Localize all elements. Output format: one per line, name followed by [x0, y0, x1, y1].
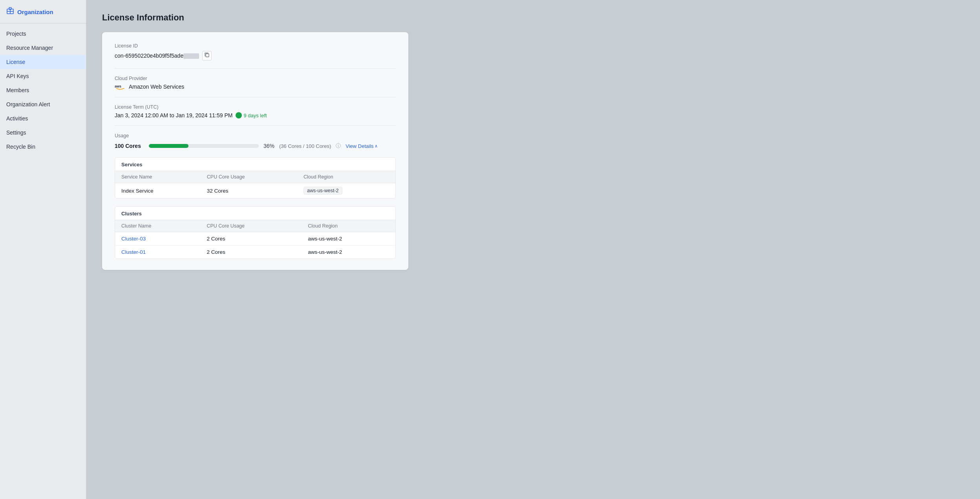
page-title: License Information — [102, 13, 964, 23]
progress-bar-container — [149, 144, 259, 148]
license-id-masked — [183, 53, 199, 59]
clusters-section-title: Clusters — [115, 207, 395, 220]
usage-label: Usage — [115, 133, 396, 138]
copy-button[interactable] — [202, 51, 212, 60]
svg-rect-4 — [206, 54, 209, 57]
service-region-cell: aws-us-west-2 — [297, 183, 395, 199]
license-card: License ID con-65950220e4b09f5f5ade Clou… — [102, 32, 408, 270]
clusters-col-name: Cluster Name — [115, 220, 200, 232]
sidebar-item-projects[interactable]: Projects — [0, 27, 86, 41]
progress-bar-fill — [149, 144, 188, 148]
sidebar-header[interactable]: Organization — [0, 0, 86, 24]
sidebar-item-license[interactable]: License — [0, 55, 86, 69]
license-term-value-row: Jan 3, 2024 12:00 AM to Jan 19, 2024 11:… — [115, 112, 396, 118]
services-col-cpu: CPU Core Usage — [201, 171, 297, 183]
license-id-text-value: con-65950220e4b09f5f5ade — [115, 53, 183, 59]
clusters-col-region: Cloud Region — [302, 220, 395, 232]
table-row: Index Service 32 Cores aws-us-west-2 — [115, 183, 395, 199]
sidebar-item-organization-alert[interactable]: Organization Alert — [0, 97, 86, 111]
sidebar-item-resource-manager[interactable]: Resource Manager — [0, 41, 86, 55]
org-icon — [6, 7, 14, 17]
services-section: Services Service Name CPU Core Usage Clo… — [115, 157, 396, 199]
aws-svg-icon: aws — [115, 84, 126, 90]
cluster-region-cell-2: aws-us-west-2 — [302, 246, 395, 259]
cloud-provider-label: Cloud Provider — [115, 76, 396, 81]
days-left-text: 9 days left — [243, 113, 267, 118]
cloud-provider-name: Amazon Web Services — [129, 84, 184, 90]
main-content: License Information License ID con-65950… — [86, 0, 980, 499]
sidebar-item-recycle-bin[interactable]: Recycle Bin — [0, 140, 86, 154]
service-cpu-cell: 32 Cores — [201, 183, 297, 199]
info-icon[interactable]: ⓘ — [336, 142, 341, 149]
table-row: Cluster-01 2 Cores aws-us-west-2 — [115, 246, 395, 259]
license-term-label: License Term (UTC) — [115, 104, 396, 110]
clusters-table: Cluster Name CPU Core Usage Cloud Region… — [115, 220, 395, 259]
cores-label: 100 Cores — [115, 143, 144, 149]
clusters-table-header-row: Cluster Name CPU Core Usage Cloud Region — [115, 220, 395, 232]
view-details-button[interactable]: View Details ∧ — [346, 143, 377, 149]
license-id-value: con-65950220e4b09f5f5ade — [115, 53, 199, 59]
usage-detail-text: (36 Cores / 100 Cores) — [279, 143, 331, 149]
svg-text:aws: aws — [115, 84, 121, 88]
cluster-01-link[interactable]: Cluster-01 — [121, 249, 146, 255]
divider-2 — [115, 97, 396, 97]
services-section-title: Services — [115, 158, 395, 171]
services-table: Service Name CPU Core Usage Cloud Region… — [115, 171, 395, 198]
divider-1 — [115, 68, 396, 69]
license-id-row: con-65950220e4b09f5f5ade — [115, 51, 396, 60]
sidebar-nav: Projects Resource Manager License API Ke… — [0, 24, 86, 157]
divider-3 — [115, 126, 396, 126]
green-dot-icon — [236, 112, 242, 118]
chevron-up-icon: ∧ — [375, 144, 378, 149]
region-badge: aws-us-west-2 — [304, 187, 342, 195]
license-id-label: License ID — [115, 43, 396, 49]
org-title: Organization — [17, 9, 53, 15]
cluster-cpu-cell-2: 2 Cores — [200, 246, 302, 259]
cloud-provider-row: aws Amazon Web Services — [115, 84, 396, 90]
cluster-name-cell-1: Cluster-03 — [115, 232, 200, 246]
sidebar-item-api-keys[interactable]: API Keys — [0, 69, 86, 83]
days-left-badge: 9 days left — [236, 112, 267, 118]
app-container: Organization Projects Resource Manager L… — [0, 0, 980, 499]
table-row: Cluster-03 2 Cores aws-us-west-2 — [115, 232, 395, 246]
clusters-section: Clusters Cluster Name CPU Core Usage Clo… — [115, 206, 396, 259]
aws-logo: aws — [115, 84, 126, 90]
service-name-cell: Index Service — [115, 183, 201, 199]
services-col-name: Service Name — [115, 171, 201, 183]
license-term-dates: Jan 3, 2024 12:00 AM to Jan 19, 2024 11:… — [115, 112, 232, 118]
sidebar-item-settings[interactable]: Settings — [0, 126, 86, 140]
clusters-col-cpu: CPU Core Usage — [200, 220, 302, 232]
cluster-name-cell-2: Cluster-01 — [115, 246, 200, 259]
cluster-cpu-cell-1: 2 Cores — [200, 232, 302, 246]
sidebar: Organization Projects Resource Manager L… — [0, 0, 86, 499]
sidebar-item-activities[interactable]: Activities — [0, 111, 86, 126]
cluster-03-link[interactable]: Cluster-03 — [121, 236, 146, 242]
services-col-region: Cloud Region — [297, 171, 395, 183]
cluster-region-cell-1: aws-us-west-2 — [302, 232, 395, 246]
services-table-header-row: Service Name CPU Core Usage Cloud Region — [115, 171, 395, 183]
usage-row: 100 Cores 36% (36 Cores / 100 Cores) ⓘ V… — [115, 142, 396, 149]
view-details-label: View Details — [346, 143, 373, 149]
usage-percent-value: 36% — [263, 143, 274, 149]
sidebar-item-members[interactable]: Members — [0, 83, 86, 97]
usage-section: Usage 100 Cores 36% (36 Cores / 100 Core… — [115, 133, 396, 149]
